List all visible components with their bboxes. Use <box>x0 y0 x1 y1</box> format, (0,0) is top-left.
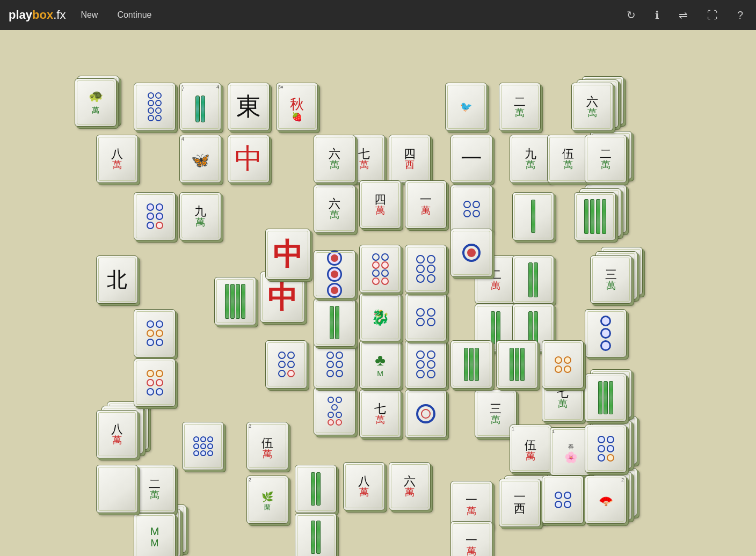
info-button[interactable]: ℹ <box>651 6 664 24</box>
tile[interactable] <box>405 293 447 341</box>
tile[interactable]: 一 西 <box>499 479 541 527</box>
tile[interactable]: 🐉 <box>359 293 401 341</box>
tile[interactable] <box>295 465 337 513</box>
logo: playbox.fx <box>9 8 66 22</box>
tile[interactable]: 🐢萬 <box>75 78 117 127</box>
logo-fx: .fx <box>53 8 66 21</box>
new-button[interactable]: New <box>76 8 102 22</box>
tile[interactable] <box>585 309 627 357</box>
tile[interactable] <box>314 298 355 347</box>
tile[interactable]: 🐦 <box>445 83 487 131</box>
tile[interactable] <box>512 192 554 240</box>
tile[interactable]: 九 萬 <box>179 192 221 240</box>
tile[interactable] <box>450 185 492 233</box>
logo-play: play <box>9 8 32 21</box>
tile[interactable] <box>585 425 627 473</box>
tile[interactable]: 六 萬 <box>314 185 355 233</box>
logo-box: box <box>32 8 53 21</box>
tile[interactable] <box>96 465 138 513</box>
tile[interactable] <box>314 340 355 389</box>
tile[interactable]: 1 伍 萬 <box>510 425 551 473</box>
tile[interactable] <box>134 83 176 131</box>
tile[interactable]: 四 西 <box>389 135 431 183</box>
tile[interactable]: 2 伍 萬 <box>246 422 288 470</box>
tile[interactable] <box>214 277 256 325</box>
tile[interactable] <box>295 513 337 556</box>
tile[interactable]: 中 <box>265 229 310 280</box>
tile[interactable]: 中 <box>228 135 270 183</box>
tile[interactable] <box>314 387 355 435</box>
tile[interactable] <box>496 340 538 389</box>
tile[interactable] <box>450 340 492 389</box>
tile[interactable] <box>512 255 554 304</box>
tile[interactable] <box>405 390 447 438</box>
mahjong-board: 🐢萬 <box>69 46 687 540</box>
tile[interactable]: 北 <box>96 255 138 304</box>
tile[interactable]: 四 萬 <box>359 180 401 229</box>
refresh-button[interactable]: ↻ <box>622 6 640 24</box>
help-button[interactable]: ? <box>733 7 747 24</box>
tile[interactable] <box>574 192 616 240</box>
tile[interactable]: 九 萬 <box>510 135 551 183</box>
tile[interactable] <box>585 374 627 422</box>
tile[interactable]: 伍 萬 <box>547 135 589 183</box>
tile[interactable]: 三 萬 <box>590 255 632 304</box>
shuffle-button[interactable]: ⇌ <box>674 6 692 24</box>
tile[interactable]: 六 萬 <box>314 135 355 183</box>
tile[interactable]: 二 萬 <box>585 135 627 183</box>
tile[interactable]: 二 萬 <box>134 465 176 513</box>
tile[interactable]: ♣ M <box>359 340 401 389</box>
tile[interactable]: 一 萬 <box>450 521 492 556</box>
tile[interactable]: 八 萬 <box>96 410 138 458</box>
tile[interactable]: 七 萬 <box>359 390 401 438</box>
navbar: playbox.fx New Continue ↻ ℹ ⇌ ⛶ ? <box>0 0 756 30</box>
game-area: 🐢萬 <box>0 30 756 556</box>
continue-button[interactable]: Continue <box>113 8 156 22</box>
tile[interactable]: 六 萬 <box>389 462 431 510</box>
tile[interactable]: M M <box>134 513 176 556</box>
tile[interactable] <box>134 359 176 407</box>
tile[interactable]: 2 🌿 蘭 <box>246 475 288 524</box>
fullscreen-button[interactable]: ⛶ <box>703 7 722 24</box>
tile[interactable] <box>134 192 176 240</box>
tile[interactable] <box>134 309 176 357</box>
tile[interactable] <box>265 340 307 389</box>
tile[interactable]: 二 萬 <box>499 83 541 131</box>
tile[interactable]: 3♦ 秋 🍓 <box>276 83 318 131</box>
tile[interactable] <box>542 340 584 389</box>
tile[interactable] <box>405 340 447 389</box>
tile[interactable]: 2 🪭 <box>585 475 627 524</box>
tile[interactable] <box>182 422 224 470</box>
tile[interactable]: 4 🦋 <box>179 135 221 183</box>
tile[interactable] <box>314 250 355 298</box>
tile[interactable] <box>450 229 492 277</box>
tile[interactable]: 東 <box>228 83 270 131</box>
tile[interactable]: 一 萬 <box>405 180 447 229</box>
tile[interactable]: 六 萬 <box>571 83 613 131</box>
tile[interactable] <box>542 475 584 524</box>
tile[interactable]: 一 <box>450 135 492 183</box>
tile[interactable] <box>359 245 401 293</box>
tile[interactable]: 八 萬 <box>343 462 385 510</box>
tile[interactable] <box>405 245 447 293</box>
tile[interactable]: 冫 4 <box>179 83 221 131</box>
tile[interactable]: 八 萬 <box>96 135 138 183</box>
